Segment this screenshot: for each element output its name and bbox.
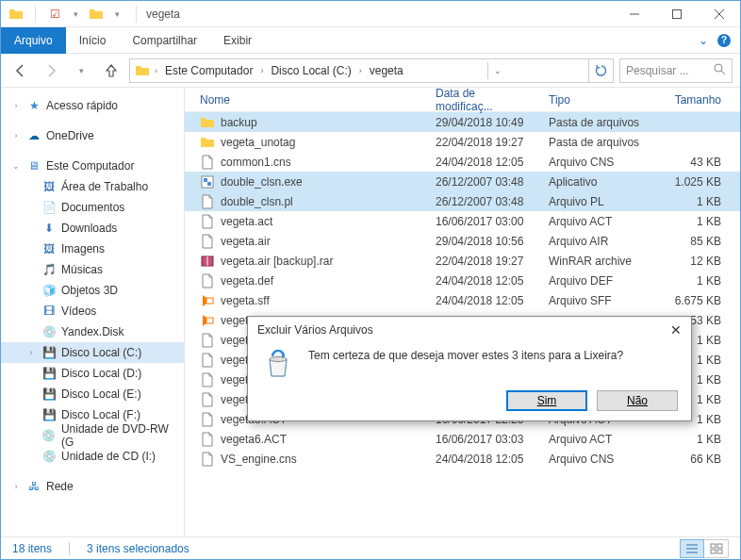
file-name: double_clsn.pl	[221, 195, 293, 208]
dropdown-icon[interactable]: ▾	[68, 7, 83, 22]
sidebar-item[interactable]: 💾Disco Local (E:)	[1, 384, 184, 404]
svg-point-4	[715, 64, 722, 72]
back-button[interactable]	[8, 58, 33, 83]
file-row[interactable]: VS_engine.cns24/04/2018 12:05Arquivo CNS…	[185, 449, 740, 469]
file-size: 1.025 KB	[650, 175, 740, 189]
sidebar-item[interactable]: ⬇Downloads	[1, 218, 184, 239]
sidebar-item-label: Disco Local (D:)	[61, 367, 141, 380]
crumb-this-pc[interactable]: Este Computador	[161, 64, 256, 77]
tab-share[interactable]: Compartilhar	[119, 27, 210, 54]
sidebar-onedrive[interactable]: › ☁ OneDrive	[1, 125, 184, 146]
dialog-close-button[interactable]: ✕	[670, 322, 682, 338]
view-thumbs-button[interactable]	[704, 539, 729, 558]
dialog-yes-button[interactable]: Sim	[506, 390, 587, 411]
file-row[interactable]: vegeta.def24/04/2018 12:05Arquivo DEF1 K…	[185, 271, 740, 290]
sidebar-item[interactable]: 💿Unidade de CD (I:)	[1, 446, 184, 467]
sidebar-quick-access[interactable]: › ★ Acesso rápido	[1, 95, 184, 116]
svg-point-22	[270, 357, 287, 362]
recent-dropdown[interactable]: ▾	[69, 58, 93, 83]
file-row[interactable]: vegeta.act16/06/2017 03:00Arquivo ACT1 K…	[185, 211, 740, 231]
sidebar-this-pc[interactable]: ⌄ 🖥 Este Computador	[1, 156, 184, 176]
sidebar-network[interactable]: › 🖧 Rede	[1, 476, 184, 497]
file-row[interactable]: backup29/04/2018 10:49Pasta de arquivos	[185, 112, 740, 132]
close-button[interactable]	[698, 1, 740, 27]
sidebar-item[interactable]: 🖼Imagens	[1, 239, 184, 259]
crumb-drive-c[interactable]: Disco Local (C:)	[267, 64, 354, 77]
drive-icon: 🎵	[41, 261, 58, 278]
dropdown-icon[interactable]: ▾	[109, 7, 124, 22]
sidebar-item[interactable]: 🖼Área de Trabalho	[1, 176, 184, 197]
sidebar-item[interactable]: 🎵Músicas	[1, 259, 184, 280]
sidebar-item[interactable]: ›💾Disco Local (C:)	[1, 342, 184, 363]
status-selected: 3 itens selecionados	[87, 542, 189, 555]
chevron-right-icon[interactable]: ›	[357, 66, 364, 75]
search-input[interactable]: Pesquisar ...	[619, 58, 733, 83]
col-type[interactable]: Tipo	[541, 93, 650, 107]
svg-rect-7	[204, 178, 207, 182]
sidebar-item-label: Área de Trabalho	[61, 180, 148, 193]
quick-access-toolbar: ☑ ▾ ▾	[1, 6, 142, 23]
minimize-button[interactable]	[613, 1, 655, 27]
ribbon-expand-icon[interactable]: ⌄	[699, 34, 708, 47]
sidebar-item[interactable]: 📄Documentos	[1, 197, 184, 218]
forward-button[interactable]	[39, 58, 63, 83]
refresh-button[interactable]	[588, 59, 613, 82]
file-name: vegeta6.ACT	[221, 433, 287, 446]
chevron-right-icon[interactable]: ›	[153, 66, 159, 75]
sidebar-item[interactable]: 🧊Objetos 3D	[1, 280, 184, 301]
folder-small-icon[interactable]	[89, 7, 104, 22]
svg-line-5	[721, 71, 725, 74]
check-icon[interactable]: ☑	[47, 7, 62, 22]
file-type: Arquivo ACT	[541, 433, 650, 446]
file-row[interactable]: common1.cns24/04/2018 12:05Arquivo CNS43…	[185, 152, 740, 172]
file-type: Arquivo SFF	[541, 294, 650, 307]
file-size: 1 KB	[650, 433, 740, 446]
help-icon[interactable]: ?	[717, 34, 731, 47]
chevron-right-icon[interactable]: ›	[258, 66, 265, 75]
sidebar-item-label: Disco Local (C:)	[61, 346, 141, 359]
up-button[interactable]	[99, 58, 124, 83]
sidebar-item-label: Acesso rápido	[46, 99, 118, 112]
file-row[interactable]: double_clsn.pl26/12/2007 03:48Arquivo PL…	[185, 191, 740, 211]
tab-file[interactable]: Arquivo	[1, 27, 66, 54]
file-row[interactable]: vegeta.air29/04/2018 10:56Arquivo AIR85 …	[185, 231, 740, 251]
file-row[interactable]: double_clsn.exe26/12/2007 03:48Aplicativ…	[185, 172, 740, 191]
file-size: 1 KB	[650, 215, 740, 228]
svg-rect-1	[672, 9, 681, 18]
file-row[interactable]: vegeta6.ACT16/06/2017 03:03Arquivo ACT1 …	[185, 429, 740, 449]
chevron-down-icon[interactable]: ⌄	[487, 62, 507, 79]
sidebar-item[interactable]: 💿Unidade de DVD-RW (G	[1, 425, 184, 446]
svg-marker-11	[203, 295, 206, 306]
file-icon	[200, 333, 215, 348]
sidebar-item[interactable]: 💿Yandex.Disk	[1, 321, 184, 342]
sidebar-item[interactable]: 💾Disco Local (D:)	[1, 363, 184, 384]
col-name[interactable]: Nome	[185, 93, 428, 107]
drive-icon: 💿	[41, 323, 58, 340]
crumb-vegeta[interactable]: vegeta	[366, 64, 407, 77]
sidebar-item[interactable]: 🎞Vídeos	[1, 301, 184, 321]
folder-icon	[134, 62, 151, 79]
file-row[interactable]: vegeta.sff24/04/2018 12:05Arquivo SFF6.6…	[185, 290, 740, 310]
file-row[interactable]: vegeta.air [backup].rar22/04/2018 19:27W…	[185, 251, 740, 271]
file-name: double_clsn.exe	[221, 175, 303, 189]
file-size: 43 KB	[650, 156, 740, 169]
sidebar-item-label: Unidade de CD (I:)	[61, 450, 156, 463]
dialog-no-button[interactable]: Não	[597, 390, 678, 411]
file-name: vegeta.air	[221, 235, 271, 248]
tab-home[interactable]: Início	[66, 27, 120, 54]
search-icon[interactable]	[714, 63, 726, 78]
window-title: vegeta	[142, 8, 180, 21]
tab-view[interactable]: Exibir	[210, 27, 265, 54]
drive-icon: 🧊	[41, 282, 58, 299]
breadcrumb[interactable]: › Este Computador › Disco Local (C:) › v…	[129, 58, 614, 83]
col-size[interactable]: Tamanho	[650, 93, 740, 107]
recycle-bin-icon	[261, 347, 295, 381]
delete-confirm-dialog: Excluir Vários Arquivos ✕ Tem certeza de…	[247, 316, 692, 421]
col-date[interactable]: Data de modificaç...	[428, 87, 541, 113]
sidebar-item-label: Objetos 3D	[61, 284, 118, 297]
drive-icon: 💿	[41, 427, 58, 444]
maximize-button[interactable]	[655, 1, 698, 27]
sidebar-item-label: Este Computador	[46, 159, 134, 173]
view-details-button[interactable]	[680, 539, 704, 558]
file-row[interactable]: vegeta_unotag22/04/2018 19:27Pasta de ar…	[185, 132, 740, 152]
